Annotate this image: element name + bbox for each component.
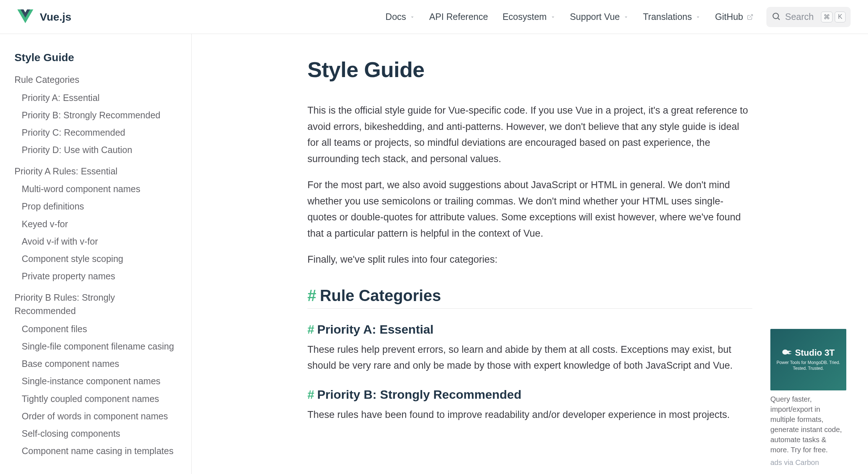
subsection-priority-b: # Priority B: Strongly Recommended	[307, 388, 752, 402]
ad-via[interactable]: ads via Carbon	[770, 458, 846, 467]
sidebar-item[interactable]: Order of words in component names	[14, 407, 177, 425]
ad-text: Query faster, import/export in multiple …	[770, 394, 846, 455]
chevron-down-icon	[550, 14, 556, 20]
nav-translations[interactable]: Translations	[643, 12, 701, 22]
svg-line-1	[778, 18, 780, 20]
hash-icon[interactable]: #	[307, 287, 316, 305]
sidebar-item[interactable]: Priority C: Recommended	[14, 124, 177, 141]
hash-icon[interactable]: #	[307, 388, 314, 402]
intro-paragraph-2: For the most part, we also avoid suggest…	[307, 177, 752, 241]
divider	[307, 308, 752, 309]
svg-point-0	[773, 13, 778, 18]
sidebar-group-priority-a[interactable]: Priority A Rules: Essential	[14, 165, 177, 178]
priority-a-description: These rules help prevent errors, so lear…	[307, 342, 752, 374]
section-title: Rule Categories	[320, 287, 441, 305]
nav-label: Docs	[386, 12, 406, 22]
sidebar-group-rule-categories[interactable]: Rule Categories	[14, 73, 177, 87]
kbd-k: K	[835, 12, 846, 22]
vue-logo-icon	[17, 9, 33, 25]
ad-tagline: Power Tools for MongoDB. Tried. Tested. …	[770, 360, 846, 371]
search-shortcut: ⌘ K	[821, 12, 846, 22]
chevron-down-icon	[410, 14, 415, 20]
main-content: Style Guide This is the official style g…	[192, 34, 868, 474]
nav-label: Ecosystem	[502, 12, 546, 22]
nav-ecosystem[interactable]: Ecosystem	[502, 12, 555, 22]
sidebar-item[interactable]: Priority A: Essential	[14, 89, 177, 106]
sidebar-item[interactable]: Component files	[14, 320, 177, 338]
sidebar: Style Guide Rule Categories Priority A: …	[0, 34, 192, 474]
sidebar-item[interactable]: Avoid v-if with v-for	[14, 233, 177, 250]
nav-label: GitHub	[715, 12, 743, 22]
subsection-title: Priority A: Essential	[317, 322, 434, 337]
hash-icon[interactable]: #	[307, 322, 314, 337]
top-header: Vue.js Docs API Reference Ecosystem Supp…	[0, 0, 868, 34]
sidebar-item[interactable]: Tightly coupled component names	[14, 390, 177, 407]
chevron-down-icon	[624, 14, 629, 20]
nav-github[interactable]: GitHub	[715, 12, 753, 22]
page-title: Style Guide	[307, 57, 752, 82]
sidebar-item[interactable]: Keyed v-for	[14, 215, 177, 233]
sidebar-item[interactable]: Prop definitions	[14, 198, 177, 215]
nav-label: Support Vue	[570, 12, 620, 22]
subsection-priority-a: # Priority A: Essential	[307, 322, 752, 337]
nav-support-vue[interactable]: Support Vue	[570, 12, 629, 22]
sidebar-group-priority-b[interactable]: Priority B Rules: Strongly Recommended	[14, 291, 177, 318]
sidebar-item[interactable]: Base component names	[14, 355, 177, 372]
sidebar-item[interactable]: Self-closing components	[14, 425, 177, 442]
intro-paragraph-1: This is the official style guide for Vue…	[307, 102, 752, 167]
ad-image: Studio 3T Power Tools for MongoDB. Tried…	[770, 329, 846, 390]
sidebar-item[interactable]: Single-file component filename casing	[14, 338, 177, 355]
sidebar-item[interactable]: Multi-word component names	[14, 180, 177, 198]
svg-point-2	[782, 350, 788, 355]
intro-paragraph-3: Finally, we've split rules into four cat…	[307, 251, 752, 268]
chevron-down-icon	[695, 14, 701, 20]
sidebar-item[interactable]: Priority D: Use with Caution	[14, 141, 177, 158]
sidebar-item[interactable]: Private property names	[14, 267, 177, 285]
search-placeholder: Search	[785, 12, 814, 22]
sidebar-item[interactable]: Single-instance component names	[14, 372, 177, 390]
top-nav: Docs API Reference Ecosystem Support Vue…	[386, 12, 753, 22]
sidebar-item[interactable]: Component name casing in templates	[14, 442, 177, 460]
ad-brand: Studio 3T	[795, 348, 834, 358]
brand-name: Vue.js	[40, 11, 71, 23]
kbd-cmd: ⌘	[821, 12, 833, 22]
nav-docs[interactable]: Docs	[386, 12, 415, 22]
nav-label: Translations	[643, 12, 692, 22]
sidebar-item[interactable]: Component style scoping	[14, 250, 177, 267]
sidebar-item[interactable]: Priority B: Strongly Recommended	[14, 106, 177, 124]
subsection-title: Priority B: Strongly Recommended	[317, 388, 522, 402]
carbon-ad[interactable]: Studio 3T Power Tools for MongoDB. Tried…	[770, 329, 846, 467]
section-rule-categories: # Rule Categories	[307, 287, 752, 305]
studio3t-logo-icon	[782, 348, 792, 357]
brand[interactable]: Vue.js	[17, 9, 71, 25]
nav-api-reference[interactable]: API Reference	[429, 12, 488, 22]
nav-label: API Reference	[429, 12, 488, 22]
sidebar-title[interactable]: Style Guide	[14, 51, 177, 64]
priority-b-description: These rules have been found to improve r…	[307, 407, 752, 423]
external-link-icon	[747, 14, 753, 20]
search-box[interactable]: Search ⌘ K	[766, 7, 851, 27]
search-icon	[771, 12, 781, 22]
